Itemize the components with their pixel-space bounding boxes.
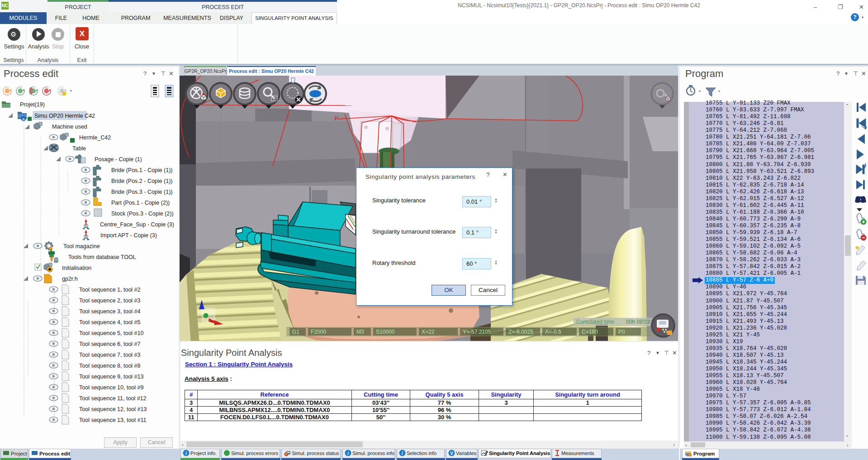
svg-text:Cumulated time: Cumulated time — [576, 319, 614, 325]
svg-text:i: i — [402, 451, 403, 456]
svg-text:C=180: C=180 — [582, 329, 598, 335]
svg-text:S: S — [22, 117, 25, 121]
svg-text:Tool sequence 9, tool #13: Tool sequence 9, tool #13 — [79, 374, 144, 380]
svg-text:A=-0.5: A=-0.5 — [545, 329, 561, 335]
svg-text:X=22: X=22 — [422, 329, 435, 335]
svg-text:Tool magazine: Tool magazine — [63, 243, 100, 249]
svg-text:Stock (Pos.3 - Copie (2)): Stock (Pos.3 - Copie (2)) — [111, 211, 174, 217]
svg-text:Hermle_C42: Hermle_C42 — [79, 134, 111, 141]
svg-text:F2000: F2000 — [311, 329, 326, 335]
svg-text:Initialisation: Initialisation — [62, 265, 91, 271]
svg-text:Tool sequence 1, tool #2: Tool sequence 1, tool #2 — [79, 287, 141, 293]
svg-text:Table: Table — [72, 145, 86, 152]
svg-text:Tool sequence 4, tool #5: Tool sequence 4, tool #5 — [79, 319, 141, 326]
svg-text:Tool sequence 6, tool #7: Tool sequence 6, tool #7 — [79, 341, 141, 347]
svg-text:Bride (Pos.3 - Copie (1)): Bride (Pos.3 - Copie (1)) — [111, 189, 172, 195]
svg-text:Tool sequence 7, tool #3: Tool sequence 7, tool #3 — [79, 352, 141, 358]
svg-text:M3: M3 — [356, 329, 364, 335]
svg-text:Y=-57.2105: Y=-57.2105 — [463, 329, 491, 335]
svg-text:Tool sequence 5, tool #10: Tool sequence 5, tool #10 — [79, 330, 144, 336]
svg-text:Machine used: Machine used — [52, 124, 87, 130]
svg-text:i: i — [347, 451, 349, 456]
svg-text:gp2r.h: gp2r.h — [62, 276, 78, 282]
svg-text:Projet(19): Projet(19) — [20, 101, 45, 108]
svg-text:Centre_Face_Sup - Copie (3): Centre_Face_Sup - Copie (3) — [100, 221, 174, 228]
svg-text:Tool sequence 8, tool #8: Tool sequence 8, tool #8 — [79, 363, 141, 369]
svg-text:Tool sequence 2, tool #3: Tool sequence 2, tool #3 — [79, 297, 141, 304]
svg-text:Posage - Copie (1): Posage - Copie (1) — [95, 156, 142, 163]
svg-text:Tool sequence 3, tool #4: Tool sequence 3, tool #4 — [79, 308, 141, 315]
svg-text:Part (Pos.1 - Copie (2)): Part (Pos.1 - Copie (2)) — [111, 200, 170, 206]
svg-text:G1: G1 — [292, 329, 299, 335]
svg-text:00h 08'03'': 00h 08'03'' — [626, 319, 652, 325]
svg-text:P0: P0 — [618, 329, 625, 335]
svg-text:V: V — [450, 451, 453, 456]
svg-text:Tool sequence 12, tool #13: Tool sequence 12, tool #13 — [79, 406, 147, 412]
svg-text:Bride (Pos.1 - Copie (1)): Bride (Pos.1 - Copie (1)) — [111, 167, 172, 173]
svg-text:Tool sequence 10, tool #9: Tool sequence 10, tool #9 — [79, 384, 144, 391]
svg-text:Simu OP20 Hermle C42: Simu OP20 Hermle C42 — [34, 113, 95, 119]
svg-text:Bride (Pos.2 - Copie (1)): Bride (Pos.2 - Copie (1)) — [111, 178, 172, 184]
svg-text:S10000: S10000 — [376, 329, 395, 335]
svg-text:Import APT - Copie (3): Import APT - Copie (3) — [100, 232, 157, 239]
svg-text:Z=-6.0025: Z=-6.0025 — [508, 329, 533, 335]
svg-text:i: i — [185, 451, 187, 456]
svg-text:Tool sequence 13, tool #11: Tool sequence 13, tool #11 — [79, 417, 147, 423]
svg-text:Tool sequence 11, tool #12: Tool sequence 11, tool #12 — [79, 395, 147, 402]
svg-text:Tools from database TOOL: Tools from database TOOL — [68, 254, 136, 260]
